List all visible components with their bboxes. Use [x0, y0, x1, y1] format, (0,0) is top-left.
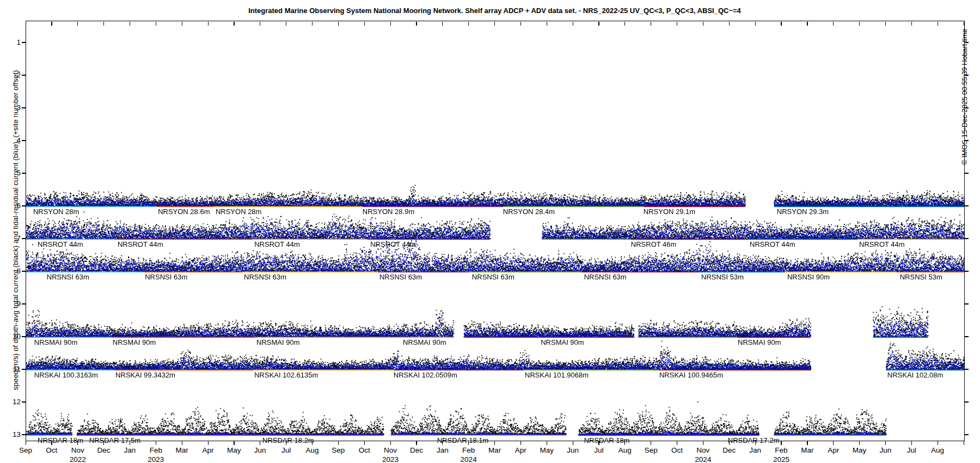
site-depth-label: NRSMAI 90m — [541, 338, 584, 346]
x-tick-top — [260, 22, 260, 26]
site-depth-label: NRSDAR 18m — [38, 436, 83, 444]
x-tick-top — [677, 22, 677, 26]
x-tick-top — [938, 22, 938, 26]
x-tick-label: Apr — [828, 446, 839, 454]
site-depth-label: NRSMAI 90m — [256, 338, 299, 346]
x-tick-bottom — [260, 441, 260, 445]
x-tick-label: Jul — [594, 446, 603, 454]
x-tick-top — [547, 22, 547, 26]
site-depth-label: NRSMAI 90m — [113, 338, 156, 346]
x-tick-top — [833, 22, 834, 26]
y-tick-label: 13 — [2, 430, 21, 438]
y-tick-label: 10 — [2, 332, 21, 340]
x-tick-label: Feb — [462, 446, 475, 454]
x-tick-bottom — [677, 441, 677, 445]
x-year-label: 2025 — [773, 455, 789, 463]
x-tick-label: Oct — [359, 446, 370, 454]
site-depth-label: NRSKAI 102.6135m — [254, 371, 318, 379]
x-tick-bottom — [833, 441, 834, 445]
x-tick-top — [807, 22, 807, 26]
x-tick-top — [286, 22, 286, 26]
y-tick-right — [965, 75, 969, 75]
x-tick-top — [364, 22, 365, 26]
site-depth-label: NRSKAI 100.3163m — [34, 371, 98, 379]
x-tick-label: Apr — [203, 446, 214, 454]
x-tick-top — [130, 22, 130, 26]
x-tick-top — [598, 22, 599, 26]
x-tick-top — [573, 22, 573, 26]
site-depth-label: NRSNSI 63m — [379, 273, 422, 281]
x-tick-top — [859, 22, 860, 26]
x-tick-label: Aug — [931, 446, 944, 454]
y-tick-left — [22, 336, 26, 337]
site-depth-label: NRSKAI 100.9465m — [659, 371, 723, 379]
y-tick-label: 11 — [2, 365, 21, 373]
x-tick-label: Sep — [19, 446, 32, 454]
y-axis-label: speed(m/s) of depth-avg total current (b… — [11, 21, 20, 440]
x-tick-bottom — [338, 441, 339, 445]
y-tick-label: 3 — [2, 103, 21, 112]
y-tick-right — [965, 336, 969, 337]
x-tick-top — [911, 22, 912, 26]
y-tick-label: 2 — [2, 71, 21, 79]
y-tick-right — [965, 42, 969, 42]
site-depth-label: NRSROT 44m — [859, 240, 905, 248]
x-tick-label: May — [853, 446, 867, 454]
x-tick-bottom — [964, 441, 964, 445]
site-depth-label: NRSDAR 18.2m — [262, 436, 314, 444]
x-tick-top — [703, 22, 703, 26]
y-tick-right — [965, 271, 969, 271]
site-depth-label: NRSNSI 90m — [787, 273, 830, 281]
x-tick-top — [26, 22, 26, 26]
y-tick-left — [22, 75, 26, 75]
site-depth-label: NRSNSI 63m — [472, 273, 514, 281]
site-depth-label: NRSROT 44m — [750, 240, 795, 248]
x-tick-label: Jul — [907, 446, 916, 454]
x-tick-label: Jun — [567, 446, 579, 454]
y-tick-label: 4 — [2, 136, 21, 144]
y-tick-right — [965, 434, 969, 435]
x-tick-bottom — [859, 441, 860, 445]
site-depth-label: NRSNSI 53m — [701, 273, 744, 281]
x-tick-bottom — [911, 441, 912, 445]
y-tick-left — [22, 173, 26, 173]
x-tick-bottom — [182, 441, 182, 445]
y-tick-label: 12 — [2, 398, 21, 406]
site-depth-label: NRSNSI 63m — [47, 273, 89, 281]
x-tick-label: May — [540, 446, 554, 454]
x-tick-top — [182, 22, 182, 26]
site-depth-label: NRSDAR 17.2m — [728, 436, 780, 444]
chart-title: Integrated Marine Observing System Natio… — [26, 7, 964, 15]
x-tick-label: Jul — [281, 446, 291, 454]
site-depth-label: NRSROT 44m — [254, 240, 300, 248]
site-depth-label: NRSNSI 63m — [244, 273, 286, 281]
x-tick-top — [77, 22, 78, 26]
x-tick-bottom — [781, 441, 781, 445]
y-tick-left — [22, 107, 26, 108]
x-tick-label: Dec — [722, 446, 736, 454]
x-tick-top — [781, 22, 781, 26]
x-tick-top — [51, 22, 52, 26]
site-depth-label: NRSROT 44m — [38, 240, 83, 248]
x-tick-top — [234, 22, 234, 26]
x-tick-top — [468, 22, 469, 26]
site-depth-label: NRSYON 28m — [33, 208, 79, 216]
x-tick-label: Nov — [384, 446, 397, 454]
site-depth-label: NRSROT 44m — [370, 240, 416, 248]
x-tick-top — [885, 22, 886, 26]
x-tick-label: Aug — [618, 446, 632, 454]
x-tick-label: Mar — [176, 446, 188, 454]
x-tick-top — [390, 22, 391, 26]
x-tick-top — [494, 22, 495, 26]
x-tick-label: Dec — [410, 446, 423, 454]
y-tick-label: 6 — [2, 202, 21, 210]
y-tick-right — [965, 401, 969, 402]
x-tick-label: Jan — [124, 446, 136, 454]
site-depth-label: NRSNSI 53m — [900, 273, 942, 281]
x-tick-top — [208, 22, 209, 26]
site-depth-label: NRSYON 28.6m — [158, 208, 210, 216]
x-tick-bottom — [390, 441, 391, 445]
x-tick-label: May — [227, 446, 241, 454]
x-year-label: 2024 — [695, 455, 711, 463]
x-tick-top — [312, 22, 313, 26]
